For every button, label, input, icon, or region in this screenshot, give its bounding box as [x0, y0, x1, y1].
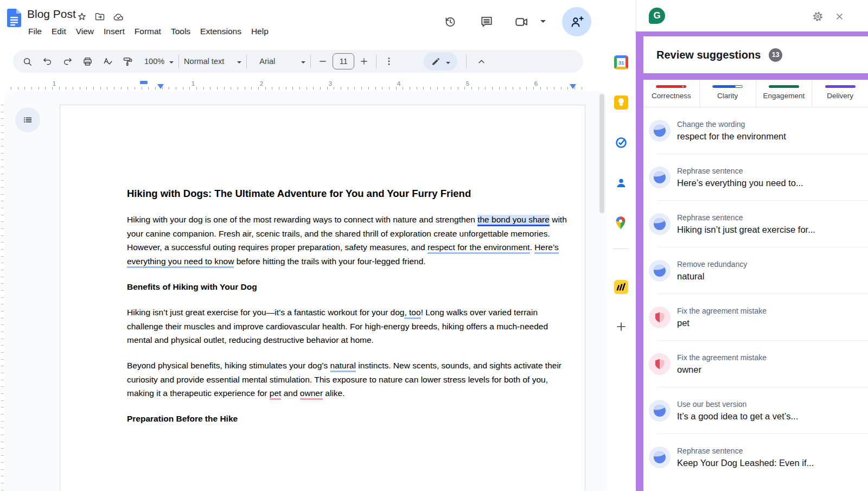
cloud-saved-icon[interactable] [113, 11, 124, 23]
document-outline-button[interactable] [15, 107, 40, 132]
spell-check-icon[interactable] [98, 52, 118, 71]
horizontal-ruler: 1123456 [0, 79, 597, 90]
suggestion-type-icon [649, 447, 671, 468]
suggestion-label: Rephrase sentence [677, 447, 814, 455]
doc-paragraph: Hiking with your dog is one of the most … [127, 213, 567, 269]
move-to-folder-icon[interactable] [94, 11, 105, 22]
meet-video-icon[interactable] [514, 15, 529, 29]
suggestion-label: Change the wording [677, 120, 786, 129]
outline-list-icon [22, 114, 34, 126]
zoom-select[interactable]: 100% [144, 57, 164, 66]
suggestion-text: pet [677, 318, 767, 328]
category-tab[interactable]: Engagement [756, 80, 812, 107]
paint-format-icon[interactable] [118, 52, 138, 71]
suggestion-item[interactable]: Rephrase sentence Here’s everything you … [643, 154, 868, 201]
menu-item[interactable]: File [28, 27, 42, 36]
category-tab[interactable]: Clarity [699, 80, 756, 107]
suggestion-label: Use our best version [677, 400, 798, 409]
suggestion-item[interactable]: Use our best version It’s a good idea to… [643, 387, 868, 434]
suggestion-text: owner [677, 365, 767, 375]
suggestion-text: Here’s everything you need to... [677, 178, 803, 188]
calendar-day-label: 31 [618, 60, 624, 66]
get-add-ons-icon[interactable] [615, 320, 628, 333]
review-suggestions-title: Review suggestions [656, 49, 761, 61]
ruler-number: 3 [329, 80, 332, 87]
ruler-ticks [11, 87, 586, 90]
left-indent-marker[interactable] [157, 84, 164, 89]
google-docs-logo[interactable] [7, 9, 21, 27]
suggestion-item[interactable]: Change the wording respect for the envir… [643, 107, 868, 154]
menu-item[interactable]: Format [135, 27, 161, 36]
category-tab[interactable]: Delivery [812, 80, 868, 107]
paragraph-style-select[interactable]: Normal text [184, 57, 224, 66]
redo-icon[interactable] [58, 52, 78, 71]
suggestion-label: Fix the agreement mistake [677, 353, 767, 362]
google-keep-icon[interactable] [614, 95, 628, 110]
share-button[interactable] [562, 7, 591, 36]
meet-dropdown-caret-icon[interactable] [540, 20, 546, 25]
ruler-number: 1 [192, 80, 195, 87]
first-line-indent-marker[interactable] [140, 81, 148, 84]
hide-menus-icon[interactable] [471, 52, 492, 71]
menu-item[interactable]: Help [251, 27, 269, 36]
suggestion-type-icon [649, 120, 671, 142]
ruler-number: 1 [53, 80, 56, 87]
settings-gear-icon[interactable] [812, 11, 824, 22]
close-panel-icon[interactable] [835, 12, 844, 21]
menu-item[interactable]: Tools [171, 27, 190, 36]
suggestion-item[interactable]: Rephrase sentence Keep Your Dog Leashed:… [643, 434, 868, 481]
text-segment-blue: , too [404, 308, 420, 319]
suggestion-type-icon [649, 353, 671, 375]
suggestion-text: It’s a good idea to get a vet’s... [677, 411, 798, 422]
suggestion-type-icon [649, 307, 671, 328]
suggestion-item[interactable]: Fix the agreement mistake pet [643, 294, 868, 341]
pencil-icon [431, 56, 441, 67]
google-contacts-icon[interactable] [614, 176, 628, 190]
print-icon[interactable] [78, 52, 98, 71]
vertical-ruler [1, 105, 4, 491]
editing-mode-button[interactable] [424, 52, 457, 71]
suggestion-glyph-icon [654, 218, 666, 230]
menu-item[interactable]: Extensions [200, 27, 241, 36]
suggestion-text-block: Rephrase sentence Hiking isn’t just grea… [677, 213, 815, 235]
suggestion-item[interactable]: Remove redundancy natural [643, 247, 868, 294]
suggestion-item[interactable]: Rephrase sentence Hiking isn’t just grea… [643, 201, 868, 247]
font-size-field[interactable]: 11 [333, 53, 354, 69]
suggestion-text-block: Use our best version It’s a good idea to… [677, 400, 798, 422]
text-segment-red: pet [270, 388, 282, 400]
menu-item[interactable]: Insert [104, 27, 125, 36]
font-select[interactable]: Arial [259, 57, 275, 66]
menubar: FileEditViewInsertFormatToolsExtensionsH… [28, 27, 269, 36]
document-title[interactable]: Blog Post [27, 8, 76, 21]
vertical-scrollbar[interactable] [599, 94, 604, 213]
doc-heading-title: Hiking with Dogs: The Ultimate Adventure… [127, 187, 567, 201]
version-history-icon[interactable] [443, 15, 457, 29]
document-canvas: Hiking with Dogs: The Ultimate Adventure… [4, 91, 607, 491]
google-maps-icon[interactable] [614, 216, 627, 230]
category-tab[interactable]: Correctness [643, 80, 699, 107]
person-add-icon [570, 15, 584, 29]
text-segment-plain: Beyond physical benefits, hiking stimula… [127, 361, 330, 370]
google-calendar-icon[interactable]: 31 [614, 55, 628, 69]
document-page[interactable]: Hiking with Dogs: The Ultimate Adventure… [60, 105, 585, 491]
right-indent-marker[interactable] [570, 84, 576, 89]
miro-icon[interactable] [614, 280, 628, 294]
menu-item[interactable]: Edit [52, 27, 66, 36]
more-options-icon[interactable] [381, 52, 397, 71]
menu-item[interactable]: View [76, 27, 94, 36]
ruler-number: 2 [260, 80, 263, 87]
suggestion-glyph-icon [655, 313, 665, 323]
category-tab-label: Delivery [827, 92, 853, 100]
star-icon[interactable] [76, 11, 87, 22]
undo-icon[interactable] [37, 52, 58, 71]
suggestion-text: Hiking isn’t just great exercise for... [677, 225, 815, 235]
increase-font-size-icon[interactable] [357, 52, 371, 71]
suggestion-item[interactable]: Fix the agreement mistake owner [643, 341, 868, 387]
doc-heading-benefits: Benefits of Hiking with Your Dog [127, 280, 567, 294]
suggestion-glyph-icon [655, 359, 665, 369]
comment-icon[interactable] [480, 15, 494, 29]
google-tasks-icon[interactable] [614, 136, 628, 150]
search-menus-icon[interactable] [17, 52, 37, 71]
decrease-font-size-icon[interactable] [316, 52, 330, 71]
toolbar-divider [246, 55, 247, 68]
